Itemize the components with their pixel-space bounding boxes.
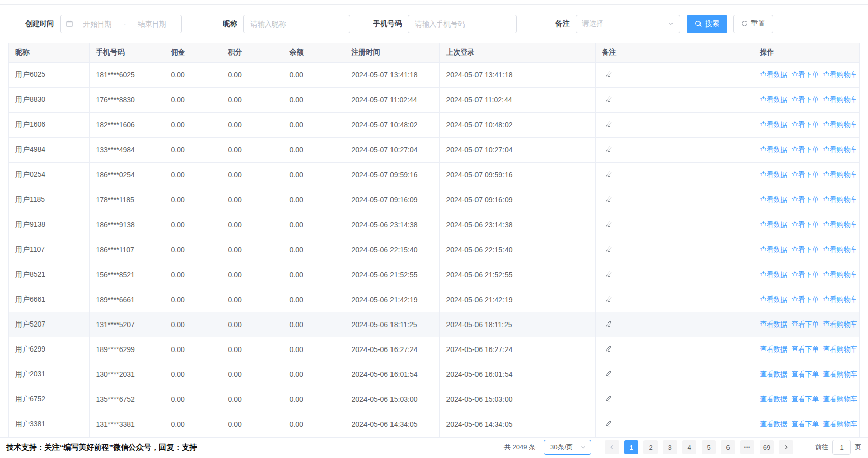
action-view-order[interactable]: 查看下单 (792, 196, 819, 203)
commission-cell: 0.00 (164, 137, 221, 162)
edit-remark-icon[interactable] (605, 245, 612, 253)
action-view-cart[interactable]: 查看购物车 (823, 271, 858, 278)
phone-label: 手机号码 (373, 19, 402, 29)
commission-cell: 0.00 (164, 87, 221, 112)
goto-page-input[interactable] (832, 440, 851, 455)
action-view-cart[interactable]: 查看购物车 (823, 171, 858, 178)
end-date-input[interactable] (128, 20, 176, 28)
action-view-data[interactable]: 查看数据 (760, 71, 788, 78)
commission-cell: 0.00 (164, 262, 221, 287)
action-view-order[interactable]: 查看下单 (792, 71, 819, 78)
action-view-cart[interactable]: 查看购物车 (823, 221, 858, 228)
edit-remark-icon[interactable] (605, 195, 612, 203)
action-view-order[interactable]: 查看下单 (792, 171, 819, 178)
column-header: 积分 (221, 43, 283, 62)
action-view-data[interactable]: 查看数据 (760, 271, 788, 278)
action-view-cart[interactable]: 查看购物车 (823, 146, 858, 153)
edit-remark-icon[interactable] (605, 95, 612, 103)
action-view-cart[interactable]: 查看购物车 (823, 71, 858, 78)
action-view-cart[interactable]: 查看购物车 (823, 96, 858, 103)
action-view-cart[interactable]: 查看购物车 (823, 320, 858, 328)
action-view-order[interactable]: 查看下单 (792, 420, 819, 428)
edit-remark-icon[interactable] (605, 120, 612, 128)
balance-cell: 0.00 (283, 412, 345, 437)
action-view-cart[interactable]: 查看购物车 (823, 196, 858, 203)
action-view-order[interactable]: 查看下单 (792, 395, 819, 403)
edit-remark-icon[interactable] (605, 270, 612, 278)
edit-remark-icon[interactable] (605, 345, 612, 353)
edit-remark-icon[interactable] (605, 370, 612, 378)
balance-cell: 0.00 (283, 162, 345, 187)
points-cell: 0.00 (221, 137, 283, 162)
action-view-cart[interactable]: 查看购物车 (823, 395, 858, 403)
action-view-order[interactable]: 查看下单 (792, 221, 819, 228)
action-view-order[interactable]: 查看下单 (792, 295, 819, 303)
edit-remark-icon[interactable] (605, 395, 612, 402)
edit-remark-icon[interactable] (605, 170, 612, 178)
edit-remark-icon[interactable] (605, 220, 612, 228)
action-view-cart[interactable]: 查看购物车 (823, 246, 858, 253)
action-view-order[interactable]: 查看下单 (792, 345, 819, 353)
commission-cell: 0.00 (164, 187, 221, 212)
page-button-69[interactable]: 69 (760, 440, 774, 454)
action-view-order[interactable]: 查看下单 (792, 121, 819, 128)
commission-cell: 0.00 (164, 237, 221, 262)
start-date-input[interactable] (73, 20, 122, 28)
action-view-data[interactable]: 查看数据 (760, 246, 788, 253)
action-view-cart[interactable]: 查看购物车 (823, 420, 858, 428)
remark-cell (595, 212, 753, 237)
column-header: 佣金 (164, 43, 221, 62)
page-button-2[interactable]: 2 (643, 440, 658, 454)
action-view-data[interactable]: 查看数据 (760, 370, 788, 378)
action-view-data[interactable]: 查看数据 (760, 196, 788, 203)
page-button-1[interactable]: 1 (624, 440, 638, 454)
page-button-3[interactable]: 3 (663, 440, 677, 454)
action-view-order[interactable]: 查看下单 (792, 246, 819, 253)
more-pages-button[interactable]: ••• (740, 440, 754, 454)
phone-input[interactable] (408, 15, 517, 33)
action-view-cart[interactable]: 查看购物车 (823, 121, 858, 128)
actions-cell: 查看数据查看下单查看购物车 (753, 312, 859, 337)
action-view-data[interactable]: 查看数据 (760, 146, 788, 153)
nickname-input[interactable] (243, 15, 350, 33)
date-range-picker[interactable]: - (60, 15, 182, 33)
action-view-data[interactable]: 查看数据 (760, 295, 788, 303)
edit-remark-icon[interactable] (605, 320, 612, 328)
next-page-button[interactable] (779, 440, 793, 454)
action-view-order[interactable]: 查看下单 (792, 370, 819, 378)
action-view-data[interactable]: 查看数据 (760, 96, 788, 103)
action-view-order[interactable]: 查看下单 (792, 96, 819, 103)
action-view-data[interactable]: 查看数据 (760, 121, 788, 128)
edit-remark-icon[interactable] (605, 145, 612, 153)
action-view-data[interactable]: 查看数据 (760, 221, 788, 228)
edit-remark-icon[interactable] (605, 295, 612, 303)
prev-page-button[interactable] (605, 440, 619, 454)
action-view-data[interactable]: 查看数据 (760, 320, 788, 328)
total-count: 共 2049 条 (504, 443, 536, 452)
page-button-4[interactable]: 4 (682, 440, 696, 454)
action-view-order[interactable]: 查看下单 (792, 146, 819, 153)
remark-cell (595, 412, 753, 437)
nickname-cell: 用户5207 (9, 312, 89, 337)
page-button-6[interactable]: 6 (721, 440, 735, 454)
phone-cell: 130****2031 (89, 362, 164, 387)
action-view-data[interactable]: 查看数据 (760, 171, 788, 178)
action-view-cart[interactable]: 查看购物车 (823, 295, 858, 303)
action-view-data[interactable]: 查看数据 (760, 420, 788, 428)
register-time-cell: 2024-05-06 22:15:40 (345, 237, 439, 262)
action-view-order[interactable]: 查看下单 (792, 320, 819, 328)
action-view-order[interactable]: 查看下单 (792, 271, 819, 278)
page-size-select[interactable]: 30条/页 (544, 440, 591, 455)
action-view-data[interactable]: 查看数据 (760, 395, 788, 403)
action-view-cart[interactable]: 查看购物车 (823, 370, 858, 378)
page-button-5[interactable]: 5 (702, 440, 716, 454)
remark-select[interactable]: 请选择 (576, 15, 680, 33)
action-view-data[interactable]: 查看数据 (760, 345, 788, 353)
action-view-cart[interactable]: 查看购物车 (823, 345, 858, 353)
reset-button[interactable]: 重置 (733, 15, 773, 33)
edit-remark-icon[interactable] (605, 70, 612, 78)
points-cell: 0.00 (221, 262, 283, 287)
edit-remark-icon[interactable] (605, 420, 612, 427)
register-time-cell: 2024-05-06 21:42:19 (345, 287, 439, 312)
search-button[interactable]: 搜索 (687, 15, 727, 33)
